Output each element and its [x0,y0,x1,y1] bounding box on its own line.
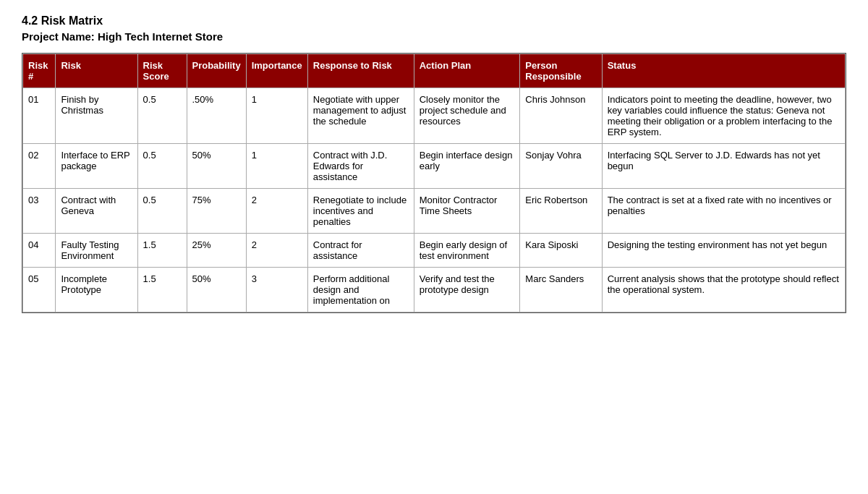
cell-action: Monitor Contractor Time Sheets [414,189,520,234]
col-header-risk-num: Risk # [23,54,56,88]
page-title: 4.2 Risk Matrix [22,14,846,27]
cell-risk: Finish by Christmas [56,88,137,144]
table-row: 04Faulty Testing Environment1.525%2Contr… [23,234,846,268]
table-row: 05Incomplete Prototype1.550%3Perform add… [23,268,846,312]
cell-importance: 1 [246,88,307,144]
col-header-probability: Probability [187,54,246,88]
cell-action: Begin early design of test environment [414,234,520,268]
table-row: 02Interface to ERP package0.550%1Contrac… [23,144,846,189]
cell-response: Negotiate with upper management to adjus… [307,88,414,144]
cell-person: Chris Johnson [520,88,602,144]
cell-score: 1.5 [137,234,187,268]
cell-risk: Contract with Geneva [56,189,137,234]
table-header-row: Risk # Risk Risk Score Probability Impor… [23,54,846,88]
cell-response: Contract for assistance [307,234,414,268]
cell-response: Renegotiate to include incentives and pe… [307,189,414,234]
cell-action: Verify and test the prototype design [414,268,520,312]
cell-importance: 3 [246,268,307,312]
col-header-person: Person Responsible [520,54,602,88]
cell-status: Designing the testing environment has no… [602,234,845,268]
col-header-status: Status [602,54,845,88]
cell-importance: 2 [246,189,307,234]
col-header-score: Risk Score [137,54,187,88]
cell-risk: Interface to ERP package [56,144,137,189]
cell-status: Interfacing SQL Server to J.D. Edwards h… [602,144,845,189]
col-header-importance: Importance [246,54,307,88]
cell-status: Indicators point to meeting the deadline… [602,88,845,144]
cell-status: Current analysis shows that the prototyp… [602,268,845,312]
cell-score: 1.5 [137,268,187,312]
cell-probability: .50% [187,88,246,144]
cell-person: Kara Siposki [520,234,602,268]
cell-person: Sonjay Vohra [520,144,602,189]
cell-probability: 50% [187,268,246,312]
cell-risk_num: 02 [23,144,56,189]
cell-person: Marc Sanders [520,268,602,312]
cell-response: Perform additional design and implementa… [307,268,414,312]
table-row: 03Contract with Geneva0.575%2Renegotiate… [23,189,846,234]
cell-score: 0.5 [137,88,187,144]
cell-probability: 75% [187,189,246,234]
risk-matrix-table: Risk # Risk Risk Score Probability Impor… [22,53,846,313]
cell-importance: 2 [246,234,307,268]
cell-probability: 25% [187,234,246,268]
col-header-response: Response to Risk [307,54,414,88]
table-row: 01Finish by Christmas0.5.50%1Negotiate w… [23,88,846,144]
cell-action: Closely monitor the project schedule and… [414,88,520,144]
cell-score: 0.5 [137,144,187,189]
page-subtitle: Project Name: High Tech Internet Store [22,30,846,43]
cell-person: Eric Robertson [520,189,602,234]
cell-action: Begin interface design early [414,144,520,189]
col-header-action: Action Plan [414,54,520,88]
cell-risk_num: 03 [23,189,56,234]
cell-risk_num: 04 [23,234,56,268]
col-header-risk: Risk [56,54,137,88]
cell-score: 0.5 [137,189,187,234]
cell-response: Contract with J.D. Edwards for assistanc… [307,144,414,189]
cell-risk_num: 05 [23,268,56,312]
cell-risk: Incomplete Prototype [56,268,137,312]
cell-risk: Faulty Testing Environment [56,234,137,268]
cell-status: The contract is set at a fixed rate with… [602,189,845,234]
cell-importance: 1 [246,144,307,189]
cell-probability: 50% [187,144,246,189]
cell-risk_num: 01 [23,88,56,144]
